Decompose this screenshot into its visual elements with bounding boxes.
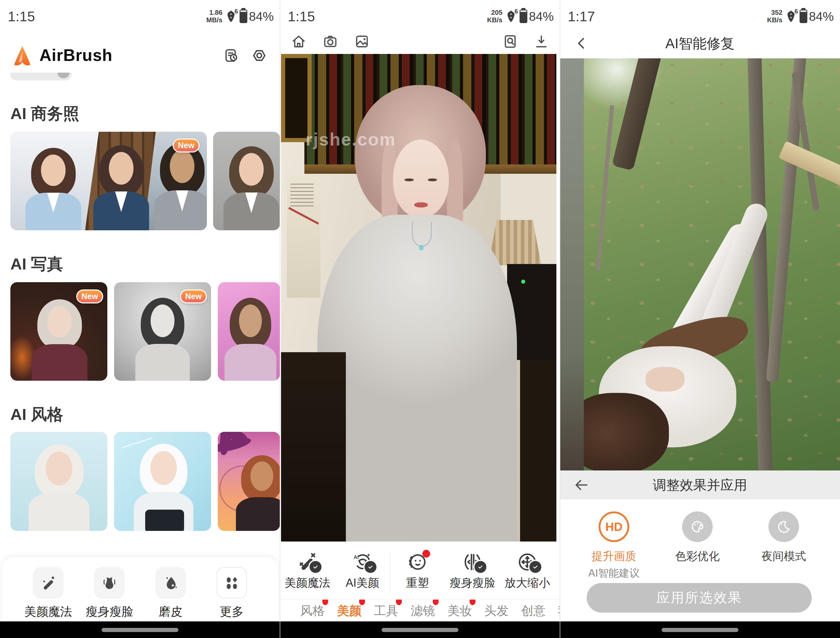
panel-title: 调整效果并应用 bbox=[560, 470, 840, 500]
battery-icon: 84% bbox=[799, 9, 834, 24]
image-search-icon[interactable] bbox=[502, 33, 518, 50]
download-icon[interactable] bbox=[533, 33, 549, 50]
screen-home: 1:15 1.86MB/s 6 84% AirBrush bbox=[0, 0, 280, 638]
reshape-face-icon bbox=[406, 551, 429, 573]
check-icon bbox=[363, 560, 378, 574]
toolbar-item-slim[interactable]: 瘦身瘦脸 bbox=[79, 557, 140, 621]
toolbar-item-more[interactable]: 更多 bbox=[201, 557, 262, 621]
night-mode-icon bbox=[769, 511, 799, 542]
toolbar-item-smooth[interactable]: 磨皮 bbox=[140, 557, 201, 621]
home-indicator[interactable] bbox=[662, 628, 738, 632]
tool-slim[interactable]: 瘦身瘦脸 bbox=[445, 546, 500, 599]
card-style-comic[interactable] bbox=[114, 432, 211, 531]
zoom-arrows-icon bbox=[516, 551, 538, 573]
history-icon[interactable] bbox=[223, 47, 240, 64]
droplet-icon bbox=[155, 567, 186, 598]
dimmed-edge-strip bbox=[560, 59, 584, 470]
business-person-1 bbox=[25, 148, 81, 230]
card-portrait-pink[interactable] bbox=[218, 282, 280, 381]
option-night-mode[interactable]: 夜间模式 bbox=[747, 500, 820, 564]
camera-icon[interactable] bbox=[322, 33, 339, 50]
tab-beauty[interactable]: 美颜 bbox=[337, 603, 362, 619]
home-icon[interactable] bbox=[291, 33, 307, 50]
battery-icon: 84% bbox=[519, 9, 554, 24]
repair-photo[interactable] bbox=[560, 59, 840, 470]
tool-reshape[interactable]: 重塑 bbox=[390, 546, 445, 599]
gallery-icon[interactable] bbox=[354, 33, 370, 50]
notification-dot bbox=[396, 599, 402, 605]
notification-dot bbox=[469, 599, 475, 605]
pastel-person bbox=[28, 444, 90, 531]
home-indicator[interactable] bbox=[382, 628, 458, 632]
network-icon: 6 bbox=[785, 8, 797, 24]
card-style-pastel[interactable] bbox=[10, 432, 107, 531]
status-cluster: 352KB/s 6 84% bbox=[767, 8, 834, 25]
face bbox=[393, 139, 449, 217]
tab-tools[interactable]: 工具 bbox=[374, 603, 398, 619]
tab-style[interactable]: 风格 bbox=[300, 603, 325, 619]
system-navbar bbox=[560, 621, 840, 638]
tool-ai-beauty[interactable]: AI AI美颜 bbox=[335, 546, 390, 599]
hd-icon: HD bbox=[598, 511, 629, 542]
toolbar-item-beauty-magic[interactable]: 美颜魔法 bbox=[17, 557, 79, 621]
check-icon bbox=[528, 560, 543, 574]
retro-person bbox=[135, 298, 190, 381]
pink-person bbox=[224, 298, 276, 381]
effect-options: HD 提升画质 AI智能建议 色彩优化 bbox=[560, 500, 840, 583]
fantasy-person bbox=[32, 299, 87, 381]
more-grid-icon bbox=[216, 567, 247, 598]
screen-divider bbox=[560, 0, 560, 638]
sunset-person bbox=[236, 455, 280, 531]
ai-face-icon: AI bbox=[351, 551, 374, 573]
screen-divider bbox=[280, 0, 280, 638]
palette-icon bbox=[682, 511, 713, 542]
card-business-collage[interactable]: New bbox=[10, 132, 207, 230]
new-badge: New bbox=[180, 290, 207, 304]
editor-photo[interactable]: rjshe.com bbox=[281, 54, 556, 541]
business-person-2 bbox=[93, 145, 149, 230]
repair-titlebar: AI智能修复 bbox=[560, 28, 840, 59]
business-person-3 bbox=[154, 142, 207, 230]
card-portrait-fantasy[interactable]: New bbox=[10, 282, 107, 381]
check-icon bbox=[473, 560, 488, 574]
business-person-4 bbox=[224, 146, 279, 230]
svg-text:AI: AI bbox=[354, 554, 358, 560]
check-icon bbox=[308, 560, 323, 574]
option-color-optimize[interactable]: 色彩优化 bbox=[661, 500, 734, 564]
tool-beauty-magic[interactable]: 美颜魔法 bbox=[280, 546, 335, 599]
section-title-style: AI 风格 bbox=[10, 404, 63, 425]
status-time: 1:15 bbox=[8, 8, 35, 24]
card-business-2[interactable] bbox=[213, 132, 280, 230]
tab-hair[interactable]: 头发 bbox=[484, 603, 508, 619]
notification-dot bbox=[359, 599, 365, 605]
tab-creative[interactable]: 创意 bbox=[521, 603, 545, 619]
tab-makeup[interactable]: 美妆 bbox=[447, 603, 472, 619]
section-title-business: AI 商务照 bbox=[10, 103, 79, 125]
notification-dot bbox=[433, 599, 439, 605]
tab-filter[interactable]: 滤镜 bbox=[411, 603, 435, 619]
editor-tools: 美颜魔法 AI AI美颜 bbox=[280, 546, 560, 599]
tool-zoom[interactable]: 放大缩小 bbox=[500, 546, 555, 599]
adjust-panel-header: 调整效果并应用 bbox=[560, 470, 840, 500]
option-hd-enhance[interactable]: HD 提升画质 AI智能建议 bbox=[578, 500, 650, 580]
home-indicator[interactable] bbox=[102, 628, 178, 632]
new-badge: New bbox=[76, 290, 103, 304]
network-speed: 205KB/s bbox=[487, 9, 502, 24]
network-icon: 6 bbox=[505, 8, 517, 24]
system-navbar bbox=[0, 621, 280, 638]
card-style-sunset[interactable] bbox=[218, 432, 280, 531]
status-cluster: 1.86MB/s 6 84% bbox=[206, 8, 274, 25]
page-title: AI智能修复 bbox=[560, 28, 840, 59]
chevron-down-icon bbox=[58, 73, 69, 78]
photo-watermark: rjshe.com bbox=[306, 129, 396, 149]
card-portrait-retro[interactable]: New bbox=[114, 282, 211, 381]
new-badge: New bbox=[173, 138, 200, 152]
system-navbar bbox=[280, 621, 560, 638]
picture-frame bbox=[281, 54, 312, 142]
apply-effects-button[interactable]: 应用所选效果 bbox=[587, 583, 812, 613]
battery-icon: 84% bbox=[240, 9, 274, 24]
screen-editor: 1:15 205KB/s 6 84% bbox=[280, 0, 560, 638]
airbrush-logo-icon bbox=[10, 44, 35, 68]
settings-icon[interactable] bbox=[251, 47, 268, 64]
collapsed-banner[interactable] bbox=[10, 73, 71, 81]
